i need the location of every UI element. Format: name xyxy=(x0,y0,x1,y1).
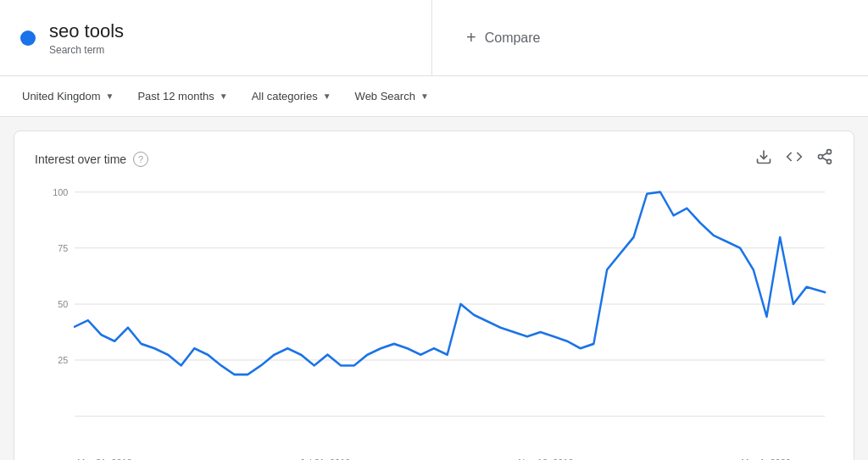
time-period-filter[interactable]: Past 12 months ▼ xyxy=(129,85,236,108)
time-period-label: Past 12 months xyxy=(137,90,214,103)
filter-bar: United Kingdom ▼ Past 12 months ▼ All ca… xyxy=(0,76,868,117)
region-label: United Kingdom xyxy=(22,90,101,103)
download-icon[interactable] xyxy=(755,148,772,169)
time-period-dropdown-arrow: ▼ xyxy=(220,91,228,101)
search-term-text: seo tools Search term xyxy=(49,20,124,56)
categories-dropdown-arrow: ▼ xyxy=(323,91,331,101)
search-term-dot xyxy=(20,30,36,46)
categories-label: All categories xyxy=(252,90,318,103)
region-dropdown-arrow: ▼ xyxy=(106,91,114,101)
region-filter[interactable]: United Kingdom ▼ xyxy=(14,85,122,108)
embed-icon[interactable] xyxy=(786,148,803,169)
svg-text:75: 75 xyxy=(58,243,68,253)
search-term-area: seo tools Search term xyxy=(0,0,432,75)
card-actions xyxy=(755,148,833,169)
card-header: Interest over time ? xyxy=(35,148,833,169)
compare-area[interactable]: + Compare xyxy=(432,0,868,75)
search-type-label: Web Search xyxy=(355,90,415,103)
trend-line xyxy=(75,192,825,374)
svg-point-1 xyxy=(827,150,832,154)
chart-container: 100 75 50 25 xyxy=(35,183,833,454)
svg-line-4 xyxy=(822,158,827,160)
term-name: seo tools xyxy=(49,20,124,42)
term-sub: Search term xyxy=(49,44,124,56)
help-icon[interactable]: ? xyxy=(133,152,148,167)
svg-text:25: 25 xyxy=(58,355,68,365)
card-title-area: Interest over time ? xyxy=(35,152,148,167)
card-title: Interest over time xyxy=(35,152,126,166)
svg-point-3 xyxy=(827,159,832,163)
header: seo tools Search term + Compare xyxy=(0,0,868,76)
svg-text:50: 50 xyxy=(58,299,68,309)
interest-over-time-card: Interest over time ? xyxy=(14,130,854,460)
search-type-dropdown-arrow: ▼ xyxy=(420,91,429,101)
svg-line-5 xyxy=(822,152,827,155)
x-axis-labels: Mar 31, 2019 Jul 21, 2019 Nov 10, 2019 M… xyxy=(35,454,833,460)
share-icon[interactable] xyxy=(816,148,833,169)
categories-filter[interactable]: All categories ▼ xyxy=(243,85,340,108)
compare-label: Compare xyxy=(485,30,541,46)
plus-icon: + xyxy=(466,28,476,47)
svg-point-2 xyxy=(819,155,823,159)
svg-text:100: 100 xyxy=(53,187,68,197)
chart-svg: 100 75 50 25 xyxy=(35,183,833,454)
main-content: Interest over time ? xyxy=(0,117,868,460)
search-type-filter[interactable]: Web Search ▼ xyxy=(347,85,437,108)
